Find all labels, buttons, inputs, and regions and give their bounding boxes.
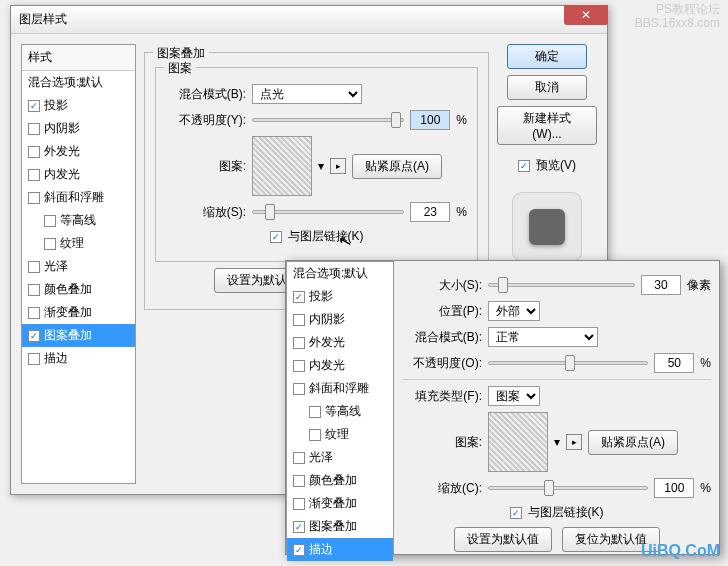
preview-checkbox[interactable] [518, 160, 530, 172]
blend-options-row-2[interactable]: 混合选项:默认 [287, 262, 393, 285]
blend-label-2: 混合模式(B): [402, 329, 482, 346]
snap-origin-button[interactable]: 贴紧原点(A) [352, 154, 442, 179]
style-checkbox[interactable] [293, 521, 305, 533]
style-checkbox[interactable] [28, 261, 40, 273]
style-checkbox[interactable] [293, 452, 305, 464]
style-checkbox[interactable] [293, 314, 305, 326]
style-item[interactable]: 纹理 [287, 423, 393, 446]
style-item[interactable]: 外发光 [22, 140, 135, 163]
style-item[interactable]: 描边 [287, 538, 393, 561]
style-item[interactable]: 描边 [22, 347, 135, 370]
style-checkbox[interactable] [293, 360, 305, 372]
style-checkbox[interactable] [293, 498, 305, 510]
stroke-panel: 混合选项:默认 投影内阴影外发光内发光斜面和浮雕等高线纹理光泽颜色叠加渐变叠加图… [285, 260, 720, 555]
style-item[interactable]: 图案叠加 [22, 324, 135, 347]
style-checkbox[interactable] [44, 238, 56, 250]
style-label: 内发光 [44, 166, 80, 183]
link-label: 与图层链接(K) [288, 228, 364, 245]
pattern-menu-icon[interactable]: ▸ [330, 158, 346, 174]
link-checkbox[interactable] [270, 231, 282, 243]
fill-type-select[interactable]: 图案 [488, 386, 540, 406]
style-item[interactable]: 等高线 [287, 400, 393, 423]
style-item[interactable]: 投影 [22, 94, 135, 117]
style-checkbox[interactable] [28, 123, 40, 135]
style-item[interactable]: 光泽 [22, 255, 135, 278]
watermark-top: PS教程论坛BBS.16xx8.com [635, 2, 720, 31]
style-checkbox[interactable] [44, 215, 56, 227]
opacity-slider-2[interactable] [488, 361, 648, 365]
pattern-menu-icon-2[interactable]: ▸ [566, 434, 582, 450]
style-label: 投影 [44, 97, 68, 114]
opacity-input[interactable] [410, 110, 450, 130]
style-checkbox[interactable] [28, 100, 40, 112]
style-item[interactable]: 内阴影 [287, 308, 393, 331]
scale-input-2[interactable] [654, 478, 694, 498]
style-item[interactable]: 图案叠加 [287, 515, 393, 538]
snap-origin-button-2[interactable]: 贴紧原点(A) [588, 430, 678, 455]
style-item[interactable]: 斜面和浮雕 [287, 377, 393, 400]
size-slider[interactable] [488, 283, 635, 287]
opacity-label-2: 不透明度(O): [402, 355, 482, 372]
style-item[interactable]: 纹理 [22, 232, 135, 255]
set-default-button-2[interactable]: 设置为默认值 [454, 527, 552, 552]
ok-button[interactable]: 确定 [507, 44, 587, 69]
close-button[interactable]: ✕ [564, 5, 608, 25]
style-item[interactable]: 外发光 [287, 331, 393, 354]
blend-select-2[interactable]: 正常 [488, 327, 598, 347]
style-item[interactable]: 渐变叠加 [287, 492, 393, 515]
style-label: 斜面和浮雕 [309, 380, 369, 397]
style-item[interactable]: 内发光 [22, 163, 135, 186]
titlebar[interactable]: 图层样式 ✕ [11, 6, 607, 34]
watermark-bottom: UiBQ.CoM [641, 542, 720, 560]
opacity-input-2[interactable] [654, 353, 694, 373]
style-item[interactable]: 内阴影 [22, 117, 135, 140]
scale-slider-2[interactable] [488, 486, 648, 490]
style-checkbox[interactable] [28, 169, 40, 181]
style-item[interactable]: 渐变叠加 [22, 301, 135, 324]
style-checkbox[interactable] [28, 330, 40, 342]
style-label: 图案叠加 [44, 327, 92, 344]
style-checkbox[interactable] [293, 337, 305, 349]
blend-mode-select[interactable]: 点光 [252, 84, 362, 104]
opacity-slider[interactable] [252, 118, 404, 122]
style-checkbox[interactable] [309, 406, 321, 418]
pattern-thumbnail-2[interactable] [488, 412, 548, 472]
style-checkbox[interactable] [28, 307, 40, 319]
cancel-button[interactable]: 取消 [507, 75, 587, 100]
style-checkbox[interactable] [28, 353, 40, 365]
style-item[interactable]: 光泽 [287, 446, 393, 469]
style-label: 外发光 [44, 143, 80, 160]
style-label: 光泽 [309, 449, 333, 466]
style-checkbox[interactable] [28, 192, 40, 204]
style-checkbox[interactable] [28, 146, 40, 158]
chevron-down-icon[interactable]: ▾ [318, 159, 324, 173]
scale-slider[interactable] [252, 210, 404, 214]
style-label: 渐变叠加 [309, 495, 357, 512]
style-checkbox[interactable] [293, 544, 305, 556]
pattern-thumbnail[interactable] [252, 136, 312, 196]
style-item[interactable]: 颜色叠加 [287, 469, 393, 492]
style-item[interactable]: 颜色叠加 [22, 278, 135, 301]
link-checkbox-2[interactable] [510, 507, 522, 519]
style-item[interactable]: 投影 [287, 285, 393, 308]
style-checkbox[interactable] [293, 291, 305, 303]
style-item[interactable]: 内发光 [287, 354, 393, 377]
scale-input[interactable] [410, 202, 450, 222]
style-item[interactable]: 等高线 [22, 209, 135, 232]
window-title: 图层样式 [19, 11, 599, 28]
position-select[interactable]: 外部 [488, 301, 540, 321]
style-label: 投影 [309, 288, 333, 305]
blend-options-row[interactable]: 混合选项:默认 [22, 71, 135, 94]
style-label: 图案叠加 [309, 518, 357, 535]
style-checkbox[interactable] [28, 284, 40, 296]
style-checkbox[interactable] [293, 383, 305, 395]
style-item[interactable]: 斜面和浮雕 [22, 186, 135, 209]
style-label: 颜色叠加 [309, 472, 357, 489]
size-input[interactable] [641, 275, 681, 295]
pattern-label-2: 图案: [402, 434, 482, 451]
chevron-down-icon[interactable]: ▾ [554, 435, 560, 449]
style-checkbox[interactable] [309, 429, 321, 441]
styles-header: 样式 [22, 45, 135, 71]
style-checkbox[interactable] [293, 475, 305, 487]
new-style-button[interactable]: 新建样式(W)... [497, 106, 597, 145]
